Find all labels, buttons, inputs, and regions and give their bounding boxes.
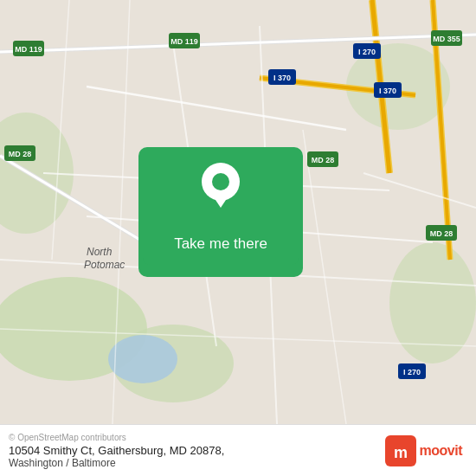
svg-text:MD 119: MD 119 xyxy=(170,37,198,46)
copyright-text: © OpenStreetMap contributors xyxy=(9,433,224,442)
svg-text:Potomac: Potomac xyxy=(84,259,125,271)
map-pin-icon xyxy=(202,163,240,211)
svg-text:MD 119: MD 119 xyxy=(15,45,42,54)
svg-text:North: North xyxy=(87,246,113,258)
footer: © OpenStreetMap contributors 10504 Smith… xyxy=(0,424,476,476)
svg-text:I 270: I 270 xyxy=(403,368,421,376)
address-text: 10504 Smithy Ct, Gaithersburg, MD 20878, xyxy=(9,444,224,457)
moovit-icon: m xyxy=(385,435,416,466)
svg-text:MD 28: MD 28 xyxy=(312,156,335,164)
svg-text:m: m xyxy=(394,444,408,461)
svg-point-51 xyxy=(212,173,229,190)
map-container: MD 119 MD 119 I 270 I 370 I 370 MD 355 M… xyxy=(0,0,476,424)
pin-icon-wrapper xyxy=(202,163,240,215)
svg-text:I 270: I 270 xyxy=(358,48,376,56)
footer-info: © OpenStreetMap contributors 10504 Smith… xyxy=(9,433,224,469)
svg-text:MD 28: MD 28 xyxy=(430,229,453,238)
svg-text:MD 355: MD 355 xyxy=(433,35,460,43)
svg-text:MD 28: MD 28 xyxy=(9,150,32,158)
svg-point-6 xyxy=(108,335,177,383)
city-text: Washington / Baltimore xyxy=(9,457,224,469)
svg-text:I 370: I 370 xyxy=(379,87,396,95)
svg-text:I 370: I 370 xyxy=(273,74,291,82)
svg-marker-52 xyxy=(210,192,231,208)
moovit-label: moovit xyxy=(420,443,462,459)
moovit-logo: m moovit xyxy=(385,435,462,466)
take-me-there-button[interactable]: Take me there xyxy=(143,223,299,265)
location-card: Take me there xyxy=(138,147,303,277)
